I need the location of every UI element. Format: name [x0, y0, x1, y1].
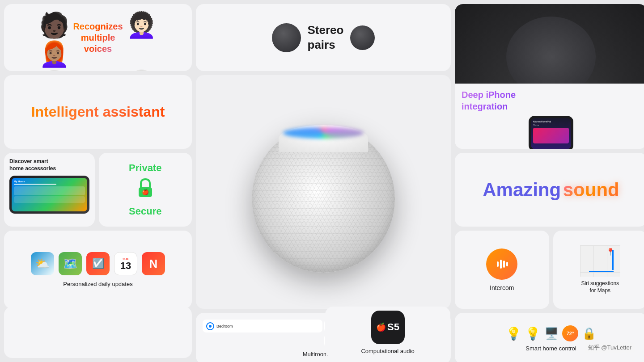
iphone-screen: Kitchen HomePod Playing: [531, 118, 571, 149]
svg-rect-5: [506, 262, 508, 266]
memoji-5: 👨🏽‍🦳: [11, 69, 98, 71]
stereo-card: Stereo pairs: [196, 4, 451, 71]
intercom-label: Intercom: [490, 284, 514, 291]
reminders-app-icon: ☑️: [86, 252, 110, 275]
intercom-icon-circle: [486, 248, 517, 280]
amazing-sound-card: Amazing sound: [455, 153, 644, 227]
apple-chip-logo: 🍎: [376, 322, 386, 332]
stereo-label-line2: pairs: [308, 38, 344, 52]
iphone-top-image: [455, 4, 644, 84]
reminders-emoji: ☑️: [92, 258, 104, 269]
smart-lock-icon: 🔒: [582, 327, 596, 341]
room-empty: [203, 334, 322, 347]
daily-updates-card: ⛅ 🗺️ ☑️ TUE 13 N Personalized daily upda…: [4, 231, 192, 309]
intelligent-label: Intelligent assistant: [31, 103, 165, 120]
maps-grid: 📍: [580, 245, 620, 277]
phone-content2: [14, 196, 85, 203]
s5-chip: 🍎 S5: [371, 311, 405, 344]
smart-home-label: Smart home control: [525, 345, 576, 352]
private-secure-card: Private 🍎 Secure: [99, 153, 192, 227]
secure-label: Secure: [129, 206, 161, 217]
iphone-screen-title: Kitchen HomePod: [533, 120, 569, 123]
svg-rect-2: [497, 261, 499, 267]
svg-rect-3: [500, 260, 502, 269]
phone-bar1: [14, 184, 56, 185]
bedroom-label: Bedroom: [216, 324, 233, 328]
daily-label: Personalized daily updates: [63, 281, 132, 287]
news-app-icon: N: [142, 252, 165, 275]
phone-mockup: My Home: [9, 176, 89, 214]
discover-card: Discover smart home accessories My Home: [4, 153, 95, 227]
smart-thermostat-icon: 72°: [562, 325, 578, 341]
voices-card: 🧑🏿 👩🏻‍🦱 👩🏽‍🦰 👨🏽‍🦳 👩🏾‍🦳 Recognizes multip…: [4, 4, 192, 71]
app-icons-row: ⛅ 🗺️ ☑️ TUE 13 N: [31, 252, 165, 275]
homepod-top: [279, 125, 368, 152]
voices-label: Recognizes multiple voices: [69, 21, 127, 55]
sound-label: sound: [563, 179, 619, 200]
amazing-sound-text: Amazing sound: [483, 179, 619, 201]
siri-maps-label: Siri suggestions for Maps: [581, 280, 619, 294]
homepod-glow: [283, 127, 364, 139]
weather-app-icon: ⛅: [31, 252, 54, 275]
homepod-dark-shape: [506, 17, 596, 84]
discover-title: Discover smart home accessories: [9, 158, 89, 172]
computational-audio-card: 🍎 S5 Computational audio: [325, 307, 450, 358]
private-label: Private: [129, 162, 161, 174]
homepod-center-card: [196, 75, 451, 309]
bedroom-circle: [206, 322, 214, 330]
siri-maps-card: 📍 Siri suggestions for Maps: [553, 231, 644, 309]
homepod-icon-left: [272, 23, 301, 52]
iphone-integration-card: Deep iPhone integration Kitchen HomePod …: [455, 4, 644, 149]
smart-home-ctrl-card: 💡 💡 🖥️ 72° 🔒 Smart home control: [455, 313, 644, 362]
smart-bulb2-icon: 💡: [525, 326, 541, 341]
phone-my-home: My Home: [14, 180, 85, 183]
iphone-bottom-content: Deep iPhone integration Kitchen HomePod …: [455, 84, 644, 149]
intercom-card: Intercom: [455, 231, 549, 309]
apple-lock-icon: 🍎: [136, 177, 154, 202]
row4-right-wrapper: Intercom 📍 Siri suggestions for Maps: [455, 231, 644, 309]
homepod-icon-right: [350, 25, 375, 50]
row3-left-wrapper: Discover smart home accessories My Home …: [4, 153, 192, 227]
phone-content1: [14, 186, 85, 195]
weather-emoji: ⛅: [35, 257, 50, 271]
smart-bulb1-icon: 💡: [506, 326, 521, 341]
computational-label: Computational audio: [361, 348, 414, 354]
maps-route-horizontal: [589, 271, 614, 272]
iphone-album-art: [533, 128, 569, 143]
deep-iphone-label: Deep iPhone integration: [462, 89, 516, 112]
homepod-main: [247, 107, 399, 277]
calendar-date: 13: [120, 261, 131, 271]
smart-home-discover-bottom: [4, 307, 192, 358]
maps-pin: 📍: [606, 248, 615, 256]
calendar-app-icon: TUE 13: [114, 252, 137, 275]
memoji-6: 👩🏾‍🦳: [98, 69, 185, 71]
maps-app-icon: 🗺️: [59, 252, 82, 275]
s5-text: S5: [387, 321, 399, 333]
iphone-screen-sub: Playing: [533, 124, 569, 126]
smart-monitor-icon: 🖥️: [544, 327, 559, 341]
stereo-label-line1: Stereo: [308, 23, 344, 37]
voices-content: 🧑🏿 👩🏻‍🦱 👩🏽‍🦰 👨🏽‍🦳 👩🏾‍🦳 Recognizes multip…: [11, 11, 185, 64]
phone-screen: My Home: [12, 178, 87, 211]
homepod-body: [252, 125, 395, 273]
homepod-dark-bg: [455, 4, 644, 84]
news-n: N: [149, 257, 158, 271]
intelligent-card: Intelligent assistant: [4, 75, 192, 149]
intercom-wave-icon: [494, 258, 510, 270]
smart-icons-row: 💡 💡 🖥️ 72° 🔒: [506, 325, 596, 341]
maps-emoji: 🗺️: [63, 257, 77, 271]
iphone-mockup: Kitchen HomePod Playing: [529, 116, 573, 149]
amazing-label: Amazing: [483, 179, 561, 200]
watermark: 知乎 @TuvLetter: [585, 342, 635, 353]
bedroom-room: Bedroom: [203, 320, 322, 333]
svg-rect-4: [503, 261, 505, 268]
svg-text:🍎: 🍎: [142, 188, 149, 196]
